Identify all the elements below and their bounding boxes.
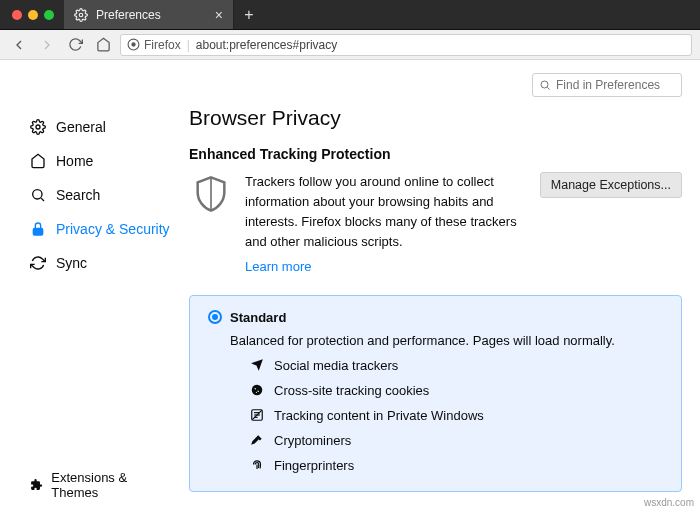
tracker-item-social: Social media trackers (250, 358, 663, 373)
window-controls (0, 0, 64, 29)
protection-level-standard[interactable]: Standard Balanced for protection and per… (189, 295, 682, 492)
sidebar-item-label: Search (56, 187, 100, 203)
cookie-icon (250, 383, 264, 397)
forward-button[interactable] (36, 34, 58, 56)
sidebar-item-label: Sync (56, 255, 87, 271)
main-content: Browser Privacy Enhanced Tracking Protec… (185, 60, 700, 510)
radio-standard[interactable] (208, 310, 222, 324)
sidebar-item-sync[interactable]: Sync (0, 246, 185, 280)
home-button[interactable] (92, 34, 114, 56)
svg-point-11 (257, 391, 259, 393)
cryptominer-icon (250, 433, 264, 447)
svg-point-9 (252, 385, 263, 396)
page-title: Browser Privacy (189, 106, 682, 130)
search-icon (30, 187, 46, 203)
svg-line-7 (41, 198, 44, 201)
sidebar-item-label: Home (56, 153, 93, 169)
section-title: Enhanced Tracking Protection (189, 146, 682, 162)
tracker-item-cookies: Cross-site tracking cookies (250, 383, 663, 398)
puzzle-icon (30, 478, 43, 492)
gear-icon (74, 8, 88, 22)
shield-icon (189, 172, 233, 216)
gear-icon (30, 119, 46, 135)
sidebar-footer-label: Extensions & Themes (51, 470, 171, 500)
svg-point-2 (131, 42, 135, 46)
svg-point-0 (79, 13, 83, 17)
sidebar-item-label: General (56, 119, 106, 135)
svg-point-12 (256, 392, 257, 393)
etp-description: Trackers follow you around online to col… (245, 174, 517, 249)
home-icon (30, 153, 46, 169)
site-identity[interactable]: Firefox (127, 38, 181, 52)
sync-icon (30, 255, 46, 271)
preferences-sidebar: General Home Search Privacy & Security S… (0, 60, 185, 510)
address-bar[interactable]: Firefox | about:preferences#privacy (120, 34, 692, 56)
sidebar-item-search[interactable]: Search (0, 178, 185, 212)
learn-more-link[interactable]: Learn more (245, 257, 311, 277)
social-icon (250, 358, 264, 372)
svg-rect-8 (33, 228, 42, 235)
tracker-item-fingerprinters: Fingerprinters (250, 458, 663, 473)
sidebar-item-home[interactable]: Home (0, 144, 185, 178)
new-tab-button[interactable]: + (234, 0, 264, 29)
close-tab-icon[interactable]: × (215, 7, 223, 23)
nav-toolbar: Firefox | about:preferences#privacy (0, 30, 700, 60)
tracker-item-cryptominers: Cryptominers (250, 433, 663, 448)
minimize-window-button[interactable] (28, 10, 38, 20)
url-text: about:preferences#privacy (196, 38, 337, 52)
lock-icon (30, 221, 46, 237)
svg-point-10 (254, 388, 256, 390)
back-button[interactable] (8, 34, 30, 56)
sidebar-item-general[interactable]: General (0, 110, 185, 144)
fingerprint-icon (250, 458, 264, 472)
reload-button[interactable] (64, 34, 86, 56)
sidebar-extensions-themes[interactable]: Extensions & Themes (0, 460, 185, 510)
tab-title: Preferences (96, 8, 207, 22)
sidebar-item-label: Privacy & Security (56, 221, 170, 237)
svg-line-17 (252, 411, 261, 420)
close-window-button[interactable] (12, 10, 22, 20)
browser-tab-preferences[interactable]: Preferences × (64, 0, 234, 29)
tracking-content-icon (250, 408, 264, 422)
tracker-list: Social media trackers Cross-site trackin… (250, 358, 663, 473)
protection-level-title: Standard (230, 310, 286, 325)
tracker-item-content: Tracking content in Private Windows (250, 408, 663, 423)
protection-level-desc: Balanced for protection and performance.… (230, 333, 663, 348)
zoom-window-button[interactable] (44, 10, 54, 20)
sidebar-item-privacy[interactable]: Privacy & Security (0, 212, 185, 246)
manage-exceptions-button[interactable]: Manage Exceptions... (540, 172, 682, 198)
svg-point-5 (36, 125, 40, 129)
tab-strip: Preferences × + (0, 0, 700, 30)
site-identity-label: Firefox (144, 38, 181, 52)
svg-point-6 (33, 190, 42, 199)
watermark: wsxdn.com (644, 497, 694, 508)
